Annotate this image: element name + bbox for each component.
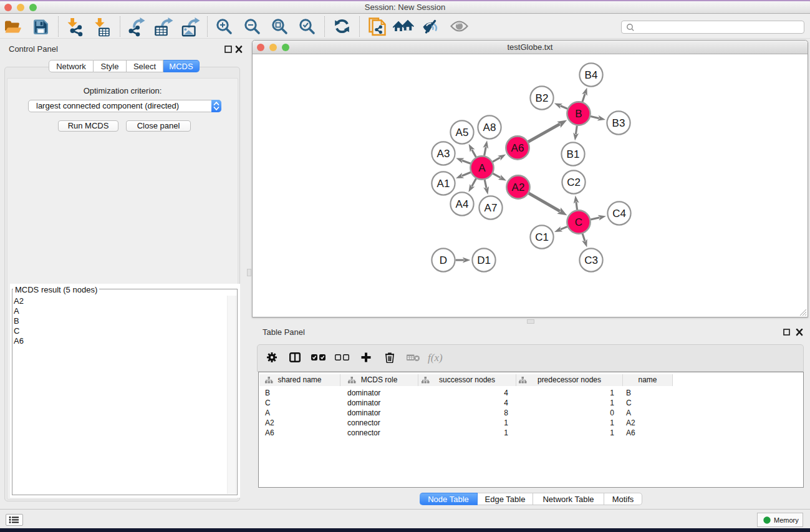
svg-text:C1: C1 xyxy=(535,231,549,243)
svg-text:f(x): f(x) xyxy=(428,352,443,364)
svg-text:C: C xyxy=(575,216,582,228)
svg-text:A4: A4 xyxy=(456,198,469,210)
svg-text:B3: B3 xyxy=(612,117,625,129)
svg-text:B1: B1 xyxy=(567,148,580,160)
svg-text:A6: A6 xyxy=(511,142,524,154)
svg-text:A1: A1 xyxy=(437,178,450,190)
svg-text:A: A xyxy=(478,162,486,174)
svg-text:B2: B2 xyxy=(536,92,549,104)
svg-text:C2: C2 xyxy=(567,177,581,188)
svg-text:D: D xyxy=(440,254,447,266)
svg-text:A8: A8 xyxy=(483,122,496,133)
svg-text:A3: A3 xyxy=(437,148,450,160)
svg-text:A7: A7 xyxy=(485,202,498,214)
svg-text:B4: B4 xyxy=(585,69,598,81)
svg-text:A5: A5 xyxy=(456,127,469,138)
svg-text:D1: D1 xyxy=(477,254,491,266)
svg-text:B: B xyxy=(575,108,582,120)
svg-text:A2: A2 xyxy=(512,181,525,193)
svg-text:C4: C4 xyxy=(612,208,626,220)
svg-text:C3: C3 xyxy=(584,254,598,266)
